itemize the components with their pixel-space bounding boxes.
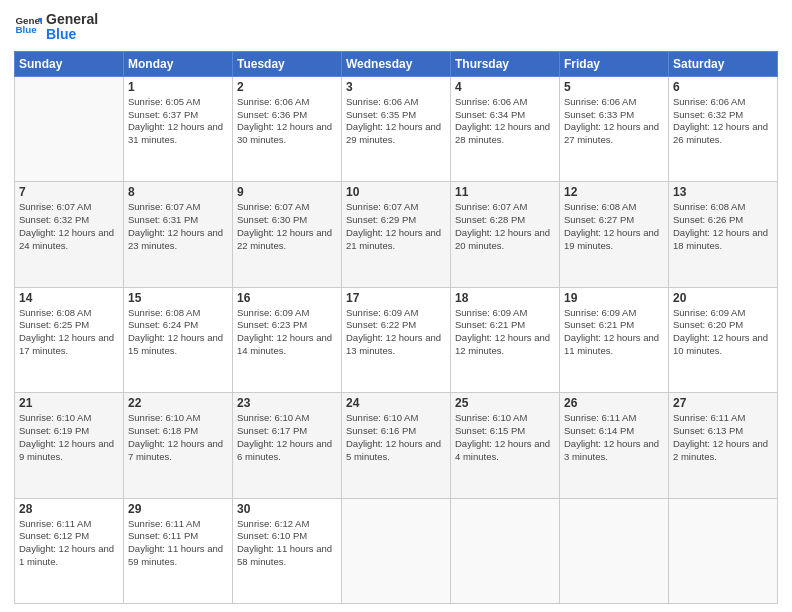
header: General Blue General Blue: [14, 12, 778, 43]
page-container: General Blue General Blue SundayMondayTu…: [0, 0, 792, 612]
day-number: 9: [237, 185, 337, 199]
calendar-week-row: 7Sunrise: 6:07 AM Sunset: 6:32 PM Daylig…: [15, 182, 778, 287]
calendar-table: SundayMondayTuesdayWednesdayThursdayFrid…: [14, 51, 778, 604]
calendar-cell: 5Sunrise: 6:06 AM Sunset: 6:33 PM Daylig…: [560, 76, 669, 181]
weekday-header-row: SundayMondayTuesdayWednesdayThursdayFrid…: [15, 51, 778, 76]
day-number: 22: [128, 396, 228, 410]
day-number: 5: [564, 80, 664, 94]
calendar-cell: 25Sunrise: 6:10 AM Sunset: 6:15 PM Dayli…: [451, 393, 560, 498]
day-number: 7: [19, 185, 119, 199]
calendar-week-row: 1Sunrise: 6:05 AM Sunset: 6:37 PM Daylig…: [15, 76, 778, 181]
day-info: Sunrise: 6:11 AM Sunset: 6:13 PM Dayligh…: [673, 412, 773, 463]
day-number: 6: [673, 80, 773, 94]
calendar-cell: 24Sunrise: 6:10 AM Sunset: 6:16 PM Dayli…: [342, 393, 451, 498]
day-info: Sunrise: 6:10 AM Sunset: 6:19 PM Dayligh…: [19, 412, 119, 463]
calendar-cell: [560, 498, 669, 603]
svg-text:Blue: Blue: [15, 25, 37, 36]
day-number: 3: [346, 80, 446, 94]
day-info: Sunrise: 6:07 AM Sunset: 6:31 PM Dayligh…: [128, 201, 228, 252]
day-number: 24: [346, 396, 446, 410]
day-info: Sunrise: 6:12 AM Sunset: 6:10 PM Dayligh…: [237, 518, 337, 569]
weekday-header: Thursday: [451, 51, 560, 76]
calendar-cell: 27Sunrise: 6:11 AM Sunset: 6:13 PM Dayli…: [669, 393, 778, 498]
calendar-cell: 12Sunrise: 6:08 AM Sunset: 6:27 PM Dayli…: [560, 182, 669, 287]
calendar-cell: 4Sunrise: 6:06 AM Sunset: 6:34 PM Daylig…: [451, 76, 560, 181]
day-info: Sunrise: 6:09 AM Sunset: 6:21 PM Dayligh…: [564, 307, 664, 358]
day-number: 15: [128, 291, 228, 305]
day-info: Sunrise: 6:10 AM Sunset: 6:17 PM Dayligh…: [237, 412, 337, 463]
day-info: Sunrise: 6:07 AM Sunset: 6:29 PM Dayligh…: [346, 201, 446, 252]
calendar-cell: 23Sunrise: 6:10 AM Sunset: 6:17 PM Dayli…: [233, 393, 342, 498]
calendar-cell: 18Sunrise: 6:09 AM Sunset: 6:21 PM Dayli…: [451, 287, 560, 392]
calendar-cell: 2Sunrise: 6:06 AM Sunset: 6:36 PM Daylig…: [233, 76, 342, 181]
day-info: Sunrise: 6:10 AM Sunset: 6:15 PM Dayligh…: [455, 412, 555, 463]
calendar-cell: 17Sunrise: 6:09 AM Sunset: 6:22 PM Dayli…: [342, 287, 451, 392]
day-number: 23: [237, 396, 337, 410]
weekday-header: Tuesday: [233, 51, 342, 76]
calendar-cell: 14Sunrise: 6:08 AM Sunset: 6:25 PM Dayli…: [15, 287, 124, 392]
calendar-cell: 26Sunrise: 6:11 AM Sunset: 6:14 PM Dayli…: [560, 393, 669, 498]
day-number: 10: [346, 185, 446, 199]
day-info: Sunrise: 6:10 AM Sunset: 6:16 PM Dayligh…: [346, 412, 446, 463]
day-number: 20: [673, 291, 773, 305]
day-info: Sunrise: 6:09 AM Sunset: 6:23 PM Dayligh…: [237, 307, 337, 358]
day-info: Sunrise: 6:06 AM Sunset: 6:34 PM Dayligh…: [455, 96, 555, 147]
calendar-cell: 16Sunrise: 6:09 AM Sunset: 6:23 PM Dayli…: [233, 287, 342, 392]
day-number: 4: [455, 80, 555, 94]
day-number: 18: [455, 291, 555, 305]
day-info: Sunrise: 6:06 AM Sunset: 6:32 PM Dayligh…: [673, 96, 773, 147]
calendar-week-row: 28Sunrise: 6:11 AM Sunset: 6:12 PM Dayli…: [15, 498, 778, 603]
calendar-cell: 15Sunrise: 6:08 AM Sunset: 6:24 PM Dayli…: [124, 287, 233, 392]
day-info: Sunrise: 6:08 AM Sunset: 6:25 PM Dayligh…: [19, 307, 119, 358]
calendar-cell: 22Sunrise: 6:10 AM Sunset: 6:18 PM Dayli…: [124, 393, 233, 498]
calendar-cell: 21Sunrise: 6:10 AM Sunset: 6:19 PM Dayli…: [15, 393, 124, 498]
day-info: Sunrise: 6:11 AM Sunset: 6:12 PM Dayligh…: [19, 518, 119, 569]
day-info: Sunrise: 6:11 AM Sunset: 6:14 PM Dayligh…: [564, 412, 664, 463]
day-info: Sunrise: 6:08 AM Sunset: 6:24 PM Dayligh…: [128, 307, 228, 358]
calendar-cell: [669, 498, 778, 603]
logo-text-line1: General: [46, 12, 98, 27]
weekday-header: Saturday: [669, 51, 778, 76]
calendar-cell: 30Sunrise: 6:12 AM Sunset: 6:10 PM Dayli…: [233, 498, 342, 603]
day-number: 29: [128, 502, 228, 516]
day-info: Sunrise: 6:11 AM Sunset: 6:11 PM Dayligh…: [128, 518, 228, 569]
calendar-week-row: 14Sunrise: 6:08 AM Sunset: 6:25 PM Dayli…: [15, 287, 778, 392]
calendar-cell: 3Sunrise: 6:06 AM Sunset: 6:35 PM Daylig…: [342, 76, 451, 181]
day-info: Sunrise: 6:07 AM Sunset: 6:30 PM Dayligh…: [237, 201, 337, 252]
day-number: 27: [673, 396, 773, 410]
calendar-cell: 1Sunrise: 6:05 AM Sunset: 6:37 PM Daylig…: [124, 76, 233, 181]
calendar-cell: 29Sunrise: 6:11 AM Sunset: 6:11 PM Dayli…: [124, 498, 233, 603]
day-number: 2: [237, 80, 337, 94]
day-number: 12: [564, 185, 664, 199]
day-number: 26: [564, 396, 664, 410]
weekday-header: Monday: [124, 51, 233, 76]
day-number: 19: [564, 291, 664, 305]
day-number: 21: [19, 396, 119, 410]
calendar-cell: 7Sunrise: 6:07 AM Sunset: 6:32 PM Daylig…: [15, 182, 124, 287]
logo-text-line2: Blue: [46, 27, 98, 42]
day-number: 17: [346, 291, 446, 305]
day-info: Sunrise: 6:07 AM Sunset: 6:32 PM Dayligh…: [19, 201, 119, 252]
day-info: Sunrise: 6:08 AM Sunset: 6:26 PM Dayligh…: [673, 201, 773, 252]
calendar-cell: 6Sunrise: 6:06 AM Sunset: 6:32 PM Daylig…: [669, 76, 778, 181]
day-info: Sunrise: 6:09 AM Sunset: 6:20 PM Dayligh…: [673, 307, 773, 358]
weekday-header: Sunday: [15, 51, 124, 76]
day-info: Sunrise: 6:09 AM Sunset: 6:22 PM Dayligh…: [346, 307, 446, 358]
calendar-week-row: 21Sunrise: 6:10 AM Sunset: 6:19 PM Dayli…: [15, 393, 778, 498]
day-number: 16: [237, 291, 337, 305]
day-info: Sunrise: 6:07 AM Sunset: 6:28 PM Dayligh…: [455, 201, 555, 252]
day-number: 14: [19, 291, 119, 305]
calendar-cell: 10Sunrise: 6:07 AM Sunset: 6:29 PM Dayli…: [342, 182, 451, 287]
day-info: Sunrise: 6:09 AM Sunset: 6:21 PM Dayligh…: [455, 307, 555, 358]
calendar-cell: 13Sunrise: 6:08 AM Sunset: 6:26 PM Dayli…: [669, 182, 778, 287]
logo: General Blue General Blue: [14, 12, 98, 43]
day-number: 13: [673, 185, 773, 199]
day-number: 8: [128, 185, 228, 199]
day-number: 25: [455, 396, 555, 410]
day-number: 28: [19, 502, 119, 516]
calendar-cell: 19Sunrise: 6:09 AM Sunset: 6:21 PM Dayli…: [560, 287, 669, 392]
calendar-cell: 28Sunrise: 6:11 AM Sunset: 6:12 PM Dayli…: [15, 498, 124, 603]
weekday-header: Wednesday: [342, 51, 451, 76]
day-info: Sunrise: 6:10 AM Sunset: 6:18 PM Dayligh…: [128, 412, 228, 463]
calendar-cell: [451, 498, 560, 603]
